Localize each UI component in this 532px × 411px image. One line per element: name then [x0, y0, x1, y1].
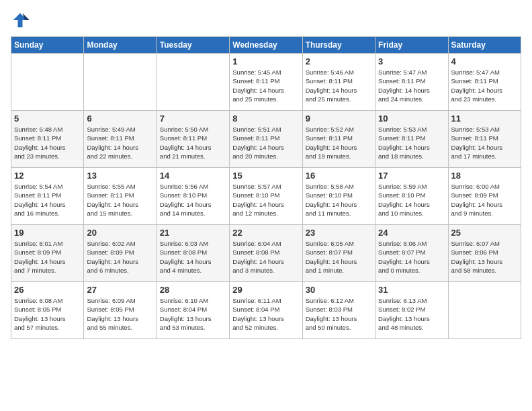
day-info: Sunrise: 6:13 AMSunset: 8:02 PMDaylight:…	[378, 296, 445, 332]
calendar-cell: 15Sunrise: 5:57 AMSunset: 8:10 PMDayligh…	[230, 168, 302, 225]
calendar-cell: 21Sunrise: 6:03 AMSunset: 8:08 PMDayligh…	[157, 225, 229, 282]
day-number: 23	[306, 228, 372, 238]
calendar-cell: 16Sunrise: 5:58 AMSunset: 8:10 PMDayligh…	[302, 168, 375, 225]
calendar-cell: 13Sunrise: 5:55 AMSunset: 8:11 PMDayligh…	[84, 168, 157, 225]
calendar-cell: 8Sunrise: 5:51 AMSunset: 8:11 PMDaylight…	[230, 111, 302, 168]
day-info: Sunrise: 5:47 AMSunset: 8:11 PMDaylight:…	[451, 68, 518, 103]
day-number: 1	[232, 56, 299, 66]
day-info: Sunrise: 5:53 AMSunset: 8:11 PMDaylight:…	[451, 125, 518, 161]
column-header-wednesday: Wednesday	[230, 37, 302, 54]
column-header-friday: Friday	[375, 37, 448, 54]
calendar-cell	[448, 282, 521, 339]
day-info: Sunrise: 5:56 AMSunset: 8:10 PMDaylight:…	[160, 182, 226, 218]
day-number: 29	[232, 285, 299, 295]
logo-icon	[11, 11, 30, 30]
column-header-monday: Monday	[84, 37, 157, 54]
calendar-cell: 18Sunrise: 6:00 AMSunset: 8:09 PMDayligh…	[448, 168, 521, 225]
day-info: Sunrise: 5:54 AMSunset: 8:11 PMDaylight:…	[14, 182, 81, 218]
day-info: Sunrise: 5:55 AMSunset: 8:11 PMDaylight:…	[87, 182, 153, 218]
day-number: 31	[378, 285, 445, 295]
day-info: Sunrise: 6:06 AMSunset: 8:07 PMDaylight:…	[378, 239, 445, 275]
column-header-sunday: Sunday	[11, 37, 84, 54]
day-number: 30	[306, 285, 372, 295]
column-header-thursday: Thursday	[302, 37, 375, 54]
calendar-body: 1Sunrise: 5:45 AMSunset: 8:11 PMDaylight…	[11, 54, 521, 339]
calendar-cell	[84, 54, 157, 111]
day-info: Sunrise: 5:52 AMSunset: 8:11 PMDaylight:…	[306, 125, 372, 161]
day-number: 16	[306, 171, 372, 181]
calendar-cell: 12Sunrise: 5:54 AMSunset: 8:11 PMDayligh…	[11, 168, 84, 225]
calendar-cell: 30Sunrise: 6:12 AMSunset: 8:03 PMDayligh…	[302, 282, 375, 339]
calendar-table: SundayMondayTuesdayWednesdayThursdayFrid…	[11, 36, 521, 339]
calendar-cell: 10Sunrise: 5:53 AMSunset: 8:11 PMDayligh…	[375, 111, 448, 168]
day-info: Sunrise: 5:57 AMSunset: 8:10 PMDaylight:…	[232, 182, 299, 218]
calendar-cell: 9Sunrise: 5:52 AMSunset: 8:11 PMDaylight…	[302, 111, 375, 168]
day-info: Sunrise: 6:09 AMSunset: 8:05 PMDaylight:…	[87, 296, 153, 332]
calendar-week-2: 5Sunrise: 5:48 AMSunset: 8:11 PMDaylight…	[11, 111, 521, 168]
calendar-cell: 22Sunrise: 6:04 AMSunset: 8:08 PMDayligh…	[230, 225, 302, 282]
day-info: Sunrise: 6:03 AMSunset: 8:08 PMDaylight:…	[160, 239, 226, 275]
day-number: 18	[451, 171, 518, 181]
calendar-cell: 1Sunrise: 5:45 AMSunset: 8:11 PMDaylight…	[230, 54, 302, 111]
day-info: Sunrise: 5:45 AMSunset: 8:11 PMDaylight:…	[232, 68, 299, 103]
day-info: Sunrise: 5:46 AMSunset: 8:11 PMDaylight:…	[306, 68, 372, 103]
header	[11, 11, 521, 30]
calendar-cell: 19Sunrise: 6:01 AMSunset: 8:09 PMDayligh…	[11, 225, 84, 282]
day-info: Sunrise: 6:11 AMSunset: 8:04 PMDaylight:…	[232, 296, 299, 332]
day-info: Sunrise: 5:53 AMSunset: 8:11 PMDaylight:…	[378, 125, 445, 161]
day-number: 12	[14, 171, 81, 181]
calendar-cell: 31Sunrise: 6:13 AMSunset: 8:02 PMDayligh…	[375, 282, 448, 339]
calendar-cell: 23Sunrise: 6:05 AMSunset: 8:07 PMDayligh…	[302, 225, 375, 282]
day-number: 5	[14, 113, 81, 124]
calendar-cell: 24Sunrise: 6:06 AMSunset: 8:07 PMDayligh…	[375, 225, 448, 282]
calendar-week-3: 12Sunrise: 5:54 AMSunset: 8:11 PMDayligh…	[11, 168, 521, 225]
calendar-cell	[157, 54, 229, 111]
column-header-saturday: Saturday	[448, 37, 521, 54]
calendar-week-1: 1Sunrise: 5:45 AMSunset: 8:11 PMDaylight…	[11, 54, 521, 111]
calendar-cell: 17Sunrise: 5:59 AMSunset: 8:10 PMDayligh…	[375, 168, 448, 225]
day-info: Sunrise: 6:05 AMSunset: 8:07 PMDaylight:…	[306, 239, 372, 275]
day-number: 17	[378, 171, 445, 181]
calendar-cell: 29Sunrise: 6:11 AMSunset: 8:04 PMDayligh…	[230, 282, 302, 339]
day-info: Sunrise: 6:02 AMSunset: 8:09 PMDaylight:…	[87, 239, 153, 275]
calendar-cell: 2Sunrise: 5:46 AMSunset: 8:11 PMDaylight…	[302, 54, 375, 111]
day-number: 13	[87, 171, 153, 181]
day-info: Sunrise: 6:01 AMSunset: 8:09 PMDaylight:…	[14, 239, 81, 275]
day-number: 27	[87, 285, 153, 295]
calendar-cell: 6Sunrise: 5:49 AMSunset: 8:11 PMDaylight…	[84, 111, 157, 168]
calendar-cell: 14Sunrise: 5:56 AMSunset: 8:10 PMDayligh…	[157, 168, 229, 225]
day-number: 10	[378, 113, 445, 124]
day-number: 15	[232, 171, 299, 181]
day-number: 4	[451, 56, 518, 66]
day-number: 22	[232, 228, 299, 238]
day-info: Sunrise: 6:04 AMSunset: 8:08 PMDaylight:…	[232, 239, 299, 275]
day-number: 25	[451, 228, 518, 238]
calendar-cell: 3Sunrise: 5:47 AMSunset: 8:11 PMDaylight…	[375, 54, 448, 111]
calendar-cell: 26Sunrise: 6:08 AMSunset: 8:05 PMDayligh…	[11, 282, 84, 339]
calendar-week-4: 19Sunrise: 6:01 AMSunset: 8:09 PMDayligh…	[11, 225, 521, 282]
main-container: SundayMondayTuesdayWednesdayThursdayFrid…	[0, 0, 532, 346]
calendar-cell: 20Sunrise: 6:02 AMSunset: 8:09 PMDayligh…	[84, 225, 157, 282]
day-number: 19	[14, 228, 81, 238]
day-info: Sunrise: 6:12 AMSunset: 8:03 PMDaylight:…	[306, 296, 372, 332]
calendar-cell: 28Sunrise: 6:10 AMSunset: 8:04 PMDayligh…	[157, 282, 229, 339]
calendar-cell: 27Sunrise: 6:09 AMSunset: 8:05 PMDayligh…	[84, 282, 157, 339]
day-info: Sunrise: 5:50 AMSunset: 8:11 PMDaylight:…	[160, 125, 226, 161]
calendar-header-row: SundayMondayTuesdayWednesdayThursdayFrid…	[11, 37, 521, 54]
logo	[11, 11, 32, 30]
calendar-cell: 25Sunrise: 6:07 AMSunset: 8:06 PMDayligh…	[448, 225, 521, 282]
calendar-cell: 11Sunrise: 5:53 AMSunset: 8:11 PMDayligh…	[448, 111, 521, 168]
day-info: Sunrise: 5:47 AMSunset: 8:11 PMDaylight:…	[378, 68, 445, 103]
calendar-week-5: 26Sunrise: 6:08 AMSunset: 8:05 PMDayligh…	[11, 282, 521, 339]
day-number: 24	[378, 228, 445, 238]
column-header-tuesday: Tuesday	[157, 37, 229, 54]
day-number: 14	[160, 171, 226, 181]
day-info: Sunrise: 5:51 AMSunset: 8:11 PMDaylight:…	[232, 125, 299, 161]
day-number: 26	[14, 285, 81, 295]
day-info: Sunrise: 5:49 AMSunset: 8:11 PMDaylight:…	[87, 125, 153, 161]
calendar-cell	[11, 54, 84, 111]
day-info: Sunrise: 6:07 AMSunset: 8:06 PMDaylight:…	[451, 239, 518, 275]
day-number: 6	[87, 113, 153, 124]
day-number: 3	[378, 56, 445, 66]
day-info: Sunrise: 5:59 AMSunset: 8:10 PMDaylight:…	[378, 182, 445, 218]
